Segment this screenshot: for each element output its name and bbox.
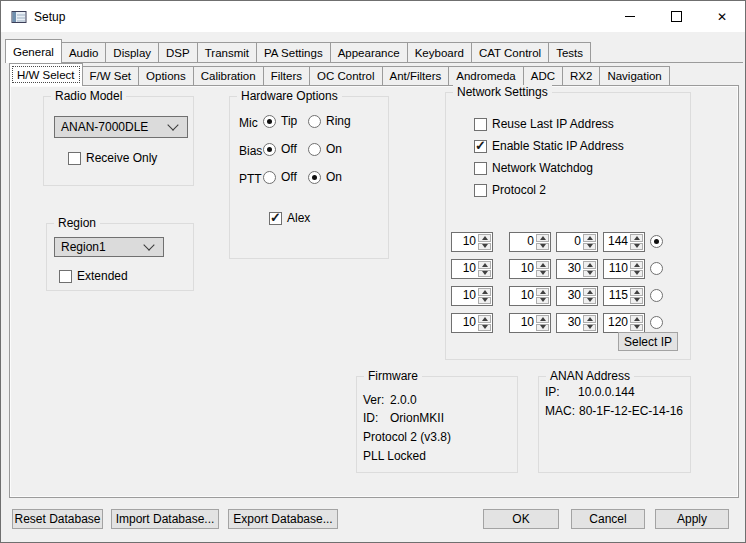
ip-row1-octet1-spinner[interactable]: 10 xyxy=(451,232,493,252)
receive-only-checkbox[interactable]: Receive Only xyxy=(68,150,157,166)
extended-checkbox[interactable]: Extended xyxy=(59,268,128,284)
ip-row4-octet1-spinner[interactable]: 10 xyxy=(451,313,493,333)
tab-general[interactable]: General xyxy=(5,39,62,63)
bias-on-radio[interactable]: On xyxy=(308,141,342,157)
ip-row2-octet3-spinner[interactable]: 30 xyxy=(556,259,598,279)
radio-model-combobox[interactable]: ANAN-7000DLE xyxy=(54,116,188,138)
spin-up-button[interactable] xyxy=(583,234,596,242)
spin-down-button[interactable] xyxy=(536,324,549,332)
tab-display[interactable]: Display xyxy=(105,42,159,62)
export-database-button[interactable]: Export Database... xyxy=(228,509,338,529)
spin-down-button[interactable] xyxy=(583,243,596,251)
close-button[interactable]: ✕ xyxy=(699,1,745,32)
tab-adc[interactable]: ADC xyxy=(523,66,563,85)
mic-tip-radio[interactable]: Tip xyxy=(263,113,297,129)
tab-ant-filters[interactable]: Ant/Filters xyxy=(382,66,450,85)
spin-down-button[interactable] xyxy=(630,270,643,278)
tab-options[interactable]: Options xyxy=(138,66,194,85)
ptt-off-radio[interactable]: Off xyxy=(263,169,297,185)
enable-static-ip-checkbox[interactable]: Enable Static IP Address xyxy=(474,138,624,154)
ip-row3-octet1-spinner[interactable]: 10 xyxy=(451,286,493,306)
tab-keyboard[interactable]: Keyboard xyxy=(407,42,472,62)
bias-off-radio[interactable]: Off xyxy=(263,141,297,157)
spin-down-button[interactable] xyxy=(583,324,596,332)
spin-up-button[interactable] xyxy=(478,234,491,242)
reuse-last-ip-checkbox[interactable]: Reuse Last IP Address xyxy=(474,116,614,132)
spin-up-button[interactable] xyxy=(630,288,643,296)
tab-dsp[interactable]: DSP xyxy=(158,42,198,62)
tab-pa-settings[interactable]: PA Settings xyxy=(256,42,331,62)
anan-address-title: ANAN Address xyxy=(546,369,634,383)
tab-calibration[interactable]: Calibration xyxy=(193,66,264,85)
spin-up-button[interactable] xyxy=(478,288,491,296)
spin-down-button[interactable] xyxy=(536,243,549,251)
spin-up-button[interactable] xyxy=(536,288,549,296)
spin-down-button[interactable] xyxy=(478,297,491,305)
cancel-button[interactable]: Cancel xyxy=(571,509,645,529)
select-ip-button[interactable]: Select IP xyxy=(618,332,678,351)
spin-down-button[interactable] xyxy=(536,297,549,305)
tab-tests[interactable]: Tests xyxy=(548,42,591,62)
ip-row1-octet2-spinner[interactable]: 0 xyxy=(509,232,551,252)
ip-row4-octet2-spinner[interactable]: 10 xyxy=(509,313,551,333)
ip-row2-select-radio[interactable] xyxy=(650,260,663,276)
spin-down-button[interactable] xyxy=(630,243,643,251)
import-database-button[interactable]: Import Database... xyxy=(111,509,219,529)
spin-up-button[interactable] xyxy=(583,261,596,269)
ip-row4-octet3-spinner[interactable]: 30 xyxy=(556,313,598,333)
spin-up-button[interactable] xyxy=(630,234,643,242)
ip-row2-octet2-spinner[interactable]: 10 xyxy=(509,259,551,279)
ip-row2-octet4-spinner[interactable]: 110 xyxy=(603,259,645,279)
ip-row1-octet4-spinner[interactable]: 144 xyxy=(603,232,645,252)
ip-row3-octet3-spinner[interactable]: 30 xyxy=(556,286,598,306)
spin-up-button[interactable] xyxy=(630,315,643,323)
spin-up-button[interactable] xyxy=(630,261,643,269)
apply-button[interactable]: Apply xyxy=(655,509,729,529)
protocol-2-checkbox[interactable]: Protocol 2 xyxy=(474,182,546,198)
spin-up-button[interactable] xyxy=(583,288,596,296)
ip-row2-octet1-spinner[interactable]: 10 xyxy=(451,259,493,279)
ip-row1-octet3-spinner[interactable]: 0 xyxy=(556,232,598,252)
titlebar[interactable]: Setup ✕ xyxy=(1,1,745,32)
spin-down-button[interactable] xyxy=(630,324,643,332)
region-combobox[interactable]: Region1 xyxy=(54,237,164,257)
spin-up-button[interactable] xyxy=(536,315,549,323)
spin-up-button[interactable] xyxy=(536,234,549,242)
spin-down-button[interactable] xyxy=(536,270,549,278)
tab-appearance[interactable]: Appearance xyxy=(330,42,408,62)
spin-down-button[interactable] xyxy=(478,324,491,332)
ip-row1-select-radio[interactable] xyxy=(650,233,663,249)
tab-fw-set[interactable]: F/W Set xyxy=(82,66,140,85)
spin-down-button[interactable] xyxy=(478,243,491,251)
ip-row3-octet4-spinner[interactable]: 115 xyxy=(603,286,645,306)
tab-hw-select[interactable]: H/W Select xyxy=(9,63,83,86)
spin-down-button[interactable] xyxy=(478,270,491,278)
spin-down-button[interactable] xyxy=(583,297,596,305)
tab-filters[interactable]: Filters xyxy=(263,66,310,85)
minimize-button[interactable] xyxy=(607,1,653,32)
ip-row4-select-radio[interactable] xyxy=(650,314,663,330)
spin-up-button[interactable] xyxy=(478,261,491,269)
spin-up-button[interactable] xyxy=(478,315,491,323)
spin-down-button[interactable] xyxy=(630,297,643,305)
tab-cat-control[interactable]: CAT Control xyxy=(471,42,549,62)
ok-button[interactable]: OK xyxy=(483,509,559,529)
alex-checkbox[interactable]: Alex xyxy=(269,210,310,226)
reset-database-button[interactable]: Reset Database xyxy=(12,509,103,529)
ip-row3-octet2-spinner[interactable]: 10 xyxy=(509,286,551,306)
tab-rx2[interactable]: RX2 xyxy=(562,66,600,85)
tab-oc-control[interactable]: OC Control xyxy=(309,66,383,85)
network-watchdog-checkbox[interactable]: Network Watchdog xyxy=(474,160,593,176)
ip-row3-select-radio[interactable] xyxy=(650,287,663,303)
mic-ring-radio[interactable]: Ring xyxy=(308,113,351,129)
spin-up-button[interactable] xyxy=(583,315,596,323)
ip-row4-octet4-spinner[interactable]: 120 xyxy=(603,313,645,333)
ptt-on-radio[interactable]: On xyxy=(308,169,342,185)
tab-transmit[interactable]: Transmit xyxy=(197,42,257,62)
tab-navigation[interactable]: Navigation xyxy=(599,66,669,85)
spin-down-button[interactable] xyxy=(583,270,596,278)
maximize-button[interactable] xyxy=(653,1,699,32)
spin-up-button[interactable] xyxy=(536,261,549,269)
tab-andromeda[interactable]: Andromeda xyxy=(448,66,523,85)
tab-audio[interactable]: Audio xyxy=(61,42,106,62)
